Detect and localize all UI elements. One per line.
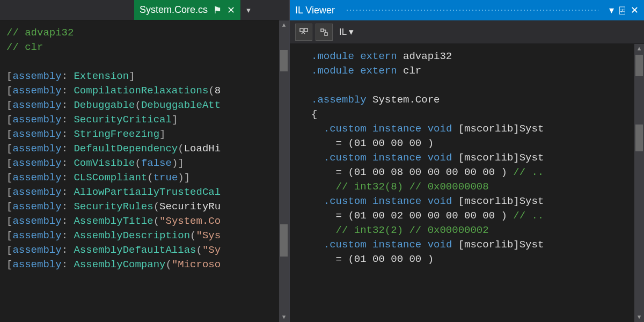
active-tab[interactable]: System.Core.cs ⚑ ✕ (134, 0, 240, 20)
code-editor[interactable]: // advapi32 // clr [assembly: Extension]… (0, 20, 289, 322)
close-icon[interactable]: ✕ (631, 4, 639, 16)
sync-icon[interactable] (295, 24, 312, 41)
scroll-thumb[interactable] (635, 55, 643, 76)
tab-label: System.Core.cs (140, 4, 208, 16)
scroll-thumb[interactable] (280, 50, 288, 71)
grip-dots[interactable] (346, 9, 598, 12)
code-editor-pane: System.Core.cs ⚑ ✕ ▾ // advapi32 // clr … (0, 0, 290, 322)
scroll-up-icon[interactable]: ▲ (634, 44, 644, 54)
code-content[interactable]: // advapi32 // clr [assembly: Extension]… (0, 20, 279, 322)
chevron-down-icon[interactable]: ▾ (609, 4, 614, 16)
il-editor[interactable]: .module extern advapi32 .module extern c… (290, 44, 644, 322)
scrollbar-vertical[interactable]: ▲ ▼ (279, 20, 289, 322)
tool-window-title: IL Viewer (295, 5, 335, 16)
pin-icon[interactable]: ⍯ (619, 5, 625, 16)
pin-icon[interactable]: ⚑ (213, 4, 222, 16)
scroll-thumb[interactable] (635, 125, 643, 151)
scroll-down-icon[interactable]: ▼ (279, 312, 289, 322)
scroll-down-icon[interactable]: ▼ (634, 312, 644, 322)
tab-bar: System.Core.cs ⚑ ✕ ▾ (0, 0, 289, 20)
il-content[interactable]: .module extern advapi32 .module extern c… (290, 44, 634, 322)
chevron-down-icon: ▾ (349, 26, 354, 38)
il-viewer-pane: IL Viewer ▾ ⍯ ✕ IL ▾ .module extern adva… (290, 0, 644, 322)
tool-window-header[interactable]: IL Viewer ▾ ⍯ ✕ (290, 0, 644, 20)
close-icon[interactable]: ✕ (227, 4, 235, 16)
navigate-icon[interactable] (316, 24, 333, 41)
il-mode-dropdown[interactable]: IL ▾ (339, 26, 354, 38)
scroll-up-icon[interactable]: ▲ (279, 20, 289, 30)
scroll-thumb[interactable] (280, 224, 288, 257)
il-toolbar: IL ▾ (290, 20, 644, 44)
tab-overflow-icon[interactable]: ▾ (240, 0, 257, 20)
scrollbar-vertical[interactable]: ▲ ▼ (634, 44, 644, 322)
